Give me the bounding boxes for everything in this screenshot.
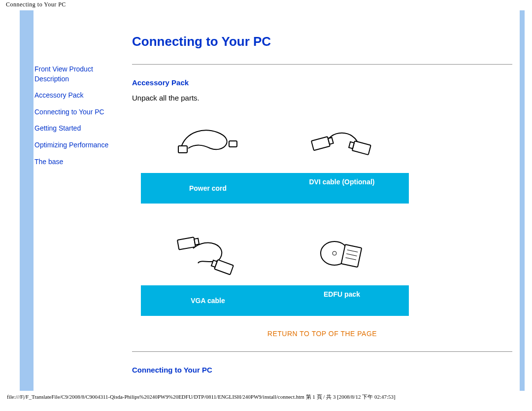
svg-rect-5 — [349, 142, 354, 149]
sidebar-nav: Front View Product Description Accessory… — [34, 65, 118, 173]
right-decor-stripe — [520, 10, 525, 391]
power-cord-label: Power cord — [141, 173, 275, 204]
section-heading-connecting: Connecting to Your PC — [132, 366, 512, 374]
edfu-pack-label: EDFU pack — [275, 285, 409, 316]
vga-cable-image — [141, 221, 275, 285]
dvi-cable-icon — [307, 121, 376, 161]
return-to-top-link[interactable]: RETURN TO TOP OF THE PAGE — [132, 330, 512, 338]
body-text: Unpack all the parts. — [132, 94, 512, 102]
svg-rect-1 — [229, 141, 237, 147]
svg-rect-6 — [177, 237, 196, 250]
dvi-cable-image — [275, 109, 409, 173]
power-cord-icon — [176, 121, 240, 161]
footer-path: file:///F|/F_TranslateFile/C9/2008/8/C90… — [0, 393, 532, 401]
sidebar-item-getting-started[interactable]: Getting Started — [34, 124, 118, 134]
svg-rect-2 — [311, 137, 330, 150]
svg-rect-12 — [341, 244, 362, 267]
dvi-cable-label: DVI cable (Optional) — [275, 173, 409, 204]
svg-rect-7 — [194, 239, 199, 245]
svg-rect-3 — [328, 137, 333, 144]
sidebar-item-accessory-pack[interactable]: Accessory Pack — [34, 91, 118, 101]
divider — [132, 351, 512, 352]
page-title: Connecting to Your PC — [132, 34, 512, 49]
edfu-pack-image — [275, 221, 409, 285]
browser-title: Connecting to Your PC — [0, 0, 532, 10]
svg-rect-4 — [352, 141, 371, 155]
svg-rect-0 — [178, 146, 187, 153]
vga-cable-icon — [173, 231, 242, 275]
section-heading-accessory-pack: Accessory Pack — [132, 78, 512, 87]
sidebar-item-front-view[interactable]: Front View Product Description — [34, 65, 118, 84]
sidebar-item-connecting[interactable]: Connecting to Your PC — [34, 107, 118, 117]
divider — [132, 64, 512, 65]
edfu-pack-icon — [310, 234, 374, 273]
sidebar-item-optimizing[interactable]: Optimizing Performance — [34, 140, 118, 150]
power-cord-image — [141, 109, 275, 173]
main-content: Connecting to Your PC Accessory Pack Unp… — [132, 10, 512, 405]
accessory-grid: Power cord DVI cable (Optional) — [141, 109, 409, 316]
vga-cable-label: VGA cable — [141, 285, 275, 316]
sidebar-item-base[interactable]: The base — [34, 157, 118, 167]
left-decor-stripe — [20, 10, 33, 391]
